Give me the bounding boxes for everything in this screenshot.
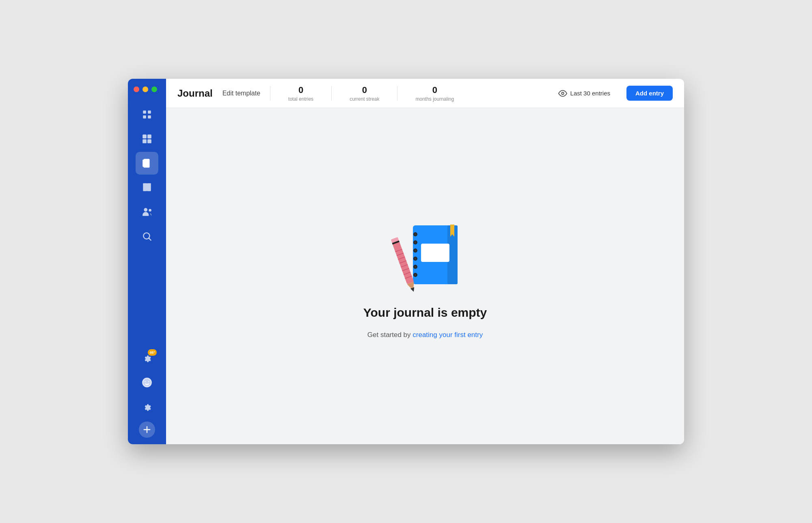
close-button[interactable]	[134, 86, 139, 92]
svg-rect-4	[143, 134, 147, 138]
edit-template-button[interactable]: Edit template	[222, 90, 260, 97]
current-streak-value: 0	[362, 85, 367, 95]
svg-point-34	[414, 266, 417, 268]
empty-subtitle: Get started by creating your first entry	[367, 331, 483, 339]
sidebar-item-grid[interactable]	[136, 103, 158, 126]
svg-point-17	[143, 378, 151, 387]
svg-point-26	[414, 233, 417, 236]
svg-point-30	[414, 249, 417, 252]
sidebar-item-dashboard[interactable]	[136, 128, 158, 150]
svg-rect-24	[421, 244, 449, 262]
settings-icon	[142, 402, 152, 412]
svg-rect-0	[143, 110, 146, 114]
eye-icon	[558, 89, 567, 98]
svg-point-20	[561, 92, 564, 95]
svg-rect-7	[147, 139, 151, 143]
sidebar-item-search[interactable]	[136, 225, 158, 248]
months-journaling-value: 0	[432, 85, 437, 95]
grid-icon	[142, 109, 152, 120]
main-content: Journal Edit template 0 total entries 0 …	[166, 79, 684, 444]
sidebar-item-gear[interactable]	[136, 395, 158, 418]
sidebar-item-journal[interactable]	[136, 152, 158, 175]
sidebar-item-book[interactable]	[136, 176, 158, 199]
svg-rect-5	[147, 134, 151, 138]
journal-svg	[384, 213, 466, 294]
header: Journal Edit template 0 total entries 0 …	[166, 79, 684, 108]
sidebar-item-settings-badge[interactable]: 46°	[136, 347, 158, 370]
svg-rect-2	[143, 115, 146, 119]
search-icon	[142, 231, 152, 242]
sidebar-nav	[128, 100, 166, 347]
last-entries-button[interactable]: Last 30 entries	[558, 89, 610, 98]
svg-rect-6	[143, 139, 147, 143]
traffic-lights	[128, 79, 166, 100]
maximize-button[interactable]	[151, 86, 157, 92]
months-journaling-stat: 0 months journaling	[407, 85, 462, 102]
sidebar-bottom: 46°	[136, 347, 158, 444]
stat-divider-1	[270, 86, 270, 101]
svg-line-16	[149, 238, 151, 240]
svg-point-32	[414, 257, 417, 260]
stat-divider-2	[331, 86, 332, 101]
empty-title: Your journal is empty	[363, 306, 487, 320]
total-entries-stat: 0 total entries	[280, 85, 322, 102]
people-icon	[142, 207, 152, 217]
empty-state: Your journal is empty Get started by cre…	[166, 108, 684, 444]
sidebar: 46°	[128, 79, 166, 444]
current-streak-label: current streak	[350, 96, 379, 102]
svg-rect-12	[143, 160, 144, 166]
svg-rect-1	[148, 110, 151, 114]
temperature-badge: 46°	[148, 349, 157, 356]
create-first-entry-link[interactable]: creating your first entry	[412, 331, 483, 339]
stat-divider-3	[397, 86, 397, 101]
add-item-button[interactable]	[139, 421, 155, 438]
minimize-button[interactable]	[143, 86, 148, 92]
current-streak-stat: 0 current streak	[341, 85, 387, 102]
svg-point-14	[149, 209, 151, 212]
journal-nav-icon	[142, 158, 152, 169]
svg-point-36	[414, 274, 417, 276]
mood-icon	[142, 377, 152, 388]
plus-icon	[143, 425, 151, 434]
journal-illustration	[384, 213, 466, 294]
last-entries-label: Last 30 entries	[570, 90, 610, 97]
book-icon	[142, 182, 152, 193]
svg-rect-3	[148, 115, 151, 119]
sidebar-item-mood[interactable]	[136, 371, 158, 394]
months-journaling-label: months journaling	[415, 96, 454, 102]
svg-rect-8	[143, 159, 149, 168]
sidebar-item-people[interactable]	[136, 201, 158, 223]
dashboard-icon	[142, 134, 152, 144]
total-entries-label: total entries	[288, 96, 313, 102]
svg-point-28	[414, 241, 417, 244]
page-title: Journal	[177, 88, 213, 99]
empty-subtitle-prefix: Get started by	[367, 331, 413, 339]
add-entry-button[interactable]: Add entry	[626, 86, 673, 101]
svg-point-13	[144, 208, 147, 212]
total-entries-value: 0	[298, 85, 303, 95]
